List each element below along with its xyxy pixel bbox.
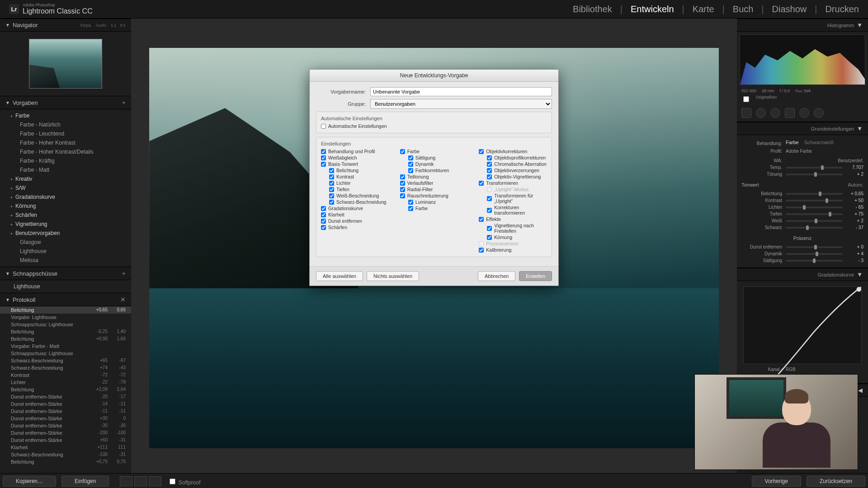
preset-name-input[interactable] xyxy=(370,87,552,96)
history-row[interactable]: Dunst entfernen-Stärke-11-11 xyxy=(0,408,131,415)
history-row[interactable]: Vorgabe: Lighthouse xyxy=(0,314,131,321)
nav-mode[interactable]: 1:1 xyxy=(111,23,117,28)
preset-option-checkbox[interactable] xyxy=(321,149,326,154)
preset-item[interactable]: Farbe - Hoher Kontrast xyxy=(0,138,131,147)
preset-option-checkbox[interactable] xyxy=(408,155,413,160)
preset-option[interactable]: Vignettierung nach Freistellen xyxy=(479,222,547,234)
crop-tool-icon[interactable] xyxy=(741,108,751,118)
preset-group-select[interactable]: Benutzervorgaben xyxy=(370,99,552,109)
history-row[interactable]: Belichtung+2,092,84 xyxy=(0,386,131,393)
check-all-button[interactable]: Alle auswählen xyxy=(316,271,363,281)
preset-option-checkbox[interactable] xyxy=(329,168,334,173)
paste-button[interactable]: Einfügen xyxy=(61,476,109,487)
preset-option-checkbox[interactable] xyxy=(479,248,484,253)
preset-group[interactable]: ▸Kreativ xyxy=(0,174,131,183)
preset-option[interactable]: Basis-Tonwert xyxy=(321,161,389,167)
preset-option[interactable]: Objektivkorrekturen xyxy=(479,148,547,155)
preset-option-checkbox[interactable] xyxy=(487,168,492,173)
brush-tool-icon[interactable] xyxy=(814,108,824,118)
history-row[interactable]: Belichtung-0,251,40 xyxy=(0,328,131,335)
slider-Lichter[interactable] xyxy=(786,206,843,208)
slider-Dynamik[interactable] xyxy=(786,253,843,255)
preset-option[interactable]: Dynamik xyxy=(400,161,468,167)
softproof-checkbox[interactable] xyxy=(170,479,175,484)
module-drucken[interactable]: Drucken xyxy=(826,4,859,14)
preset-option[interactable]: Chromatische Aberration xyxy=(479,161,547,167)
nav-mode[interactable]: Ausfü. xyxy=(95,23,107,28)
history-row[interactable]: Dunst entfernen-Stärke-30-30 xyxy=(0,422,131,429)
preset-option[interactable]: Objektivverzerrungen xyxy=(479,167,547,174)
wb-select[interactable]: Benutzerdef. xyxy=(838,158,863,163)
preset-option-checkbox[interactable] xyxy=(408,162,413,167)
preset-option[interactable]: Verlaufsfilter xyxy=(400,180,468,186)
history-row[interactable]: Klarheit+111111 xyxy=(0,444,131,451)
histogram-header[interactable]: Histogramm▼ xyxy=(737,19,868,32)
module-bibliothek[interactable]: Bibliothek xyxy=(573,4,612,14)
preset-option-checkbox[interactable] xyxy=(329,200,334,205)
nav-mode[interactable]: Einpa. xyxy=(80,23,92,28)
preset-option-checkbox[interactable] xyxy=(479,217,484,222)
preset-item[interactable]: Farbe - Kräftig xyxy=(0,156,131,165)
preset-option[interactable]: Effekte xyxy=(479,216,547,222)
snapshot-item[interactable]: Lighthouse xyxy=(0,282,131,291)
history-row[interactable]: Kontrast-72-72 xyxy=(0,371,131,379)
preset-option-checkbox[interactable] xyxy=(487,226,492,231)
preset-option[interactable]: Transformieren xyxy=(479,180,547,186)
history-row[interactable]: Dunst entfernen-Stärke+300 xyxy=(0,415,131,422)
slider-Sättigung[interactable] xyxy=(786,260,843,262)
preset-option[interactable]: Gradationskurve xyxy=(321,205,389,211)
history-row[interactable]: Schwarz-Beschneidung+74-43 xyxy=(0,364,131,371)
add-preset-icon[interactable]: + xyxy=(122,99,126,106)
treatment-bw[interactable]: Schwarzweiß xyxy=(804,140,834,145)
tone-curve[interactable] xyxy=(743,286,862,364)
module-entwickeln[interactable]: Entwickeln xyxy=(631,4,674,14)
preset-option-checkbox[interactable] xyxy=(400,181,405,186)
history-row[interactable]: Dunst entfernen-Stärke-200-100 xyxy=(0,429,131,436)
preset-option-checkbox[interactable] xyxy=(408,200,413,205)
history-row[interactable]: Schwarz-Beschneidung+65-87 xyxy=(0,357,131,364)
auto-settings-checkbox[interactable] xyxy=(321,124,326,129)
preset-option-checkbox[interactable] xyxy=(487,208,492,213)
preset-option[interactable]: Objektivprofilkorrekturen xyxy=(479,155,547,161)
preset-option-checkbox[interactable] xyxy=(321,155,326,160)
preset-option-checkbox[interactable] xyxy=(321,162,326,167)
preset-item[interactable]: Farbe - Leuchtend xyxy=(0,129,131,138)
preset-option[interactable]: Transformieren für „Upright“ xyxy=(479,192,547,204)
preset-option[interactable]: Weißabgleich xyxy=(321,155,389,161)
preset-option[interactable]: Weiß-Beschneidung xyxy=(321,192,389,199)
preset-option-checkbox[interactable] xyxy=(400,149,405,154)
preset-group[interactable]: ▸Vignettierung xyxy=(0,220,131,229)
cancel-button[interactable]: Abbrechen xyxy=(478,271,515,281)
preset-option-checkbox[interactable] xyxy=(400,193,405,198)
preset-option[interactable]: Kontrast xyxy=(321,174,389,180)
previous-button[interactable]: Vorherige xyxy=(752,476,801,487)
slider-Tiefen[interactable] xyxy=(786,213,843,215)
preset-option[interactable]: Schwarz-Beschneidung xyxy=(321,199,389,205)
preset-item[interactable]: Farbe - Natürlich xyxy=(0,120,131,129)
preset-option[interactable]: Farbkorrekturen xyxy=(400,167,468,174)
slider-Kontrast[interactable] xyxy=(786,200,843,202)
preset-item[interactable]: Farbe - Hoher Kontrast/Details xyxy=(0,147,131,156)
preset-option[interactable]: Rauschreduzierung xyxy=(400,192,468,199)
preset-option-checkbox[interactable] xyxy=(321,219,326,224)
history-row[interactable]: Dunst entfernen-Stärke-20-17 xyxy=(0,393,131,400)
histogram[interactable] xyxy=(740,34,865,85)
module-karte[interactable]: Karte xyxy=(693,4,714,14)
history-row[interactable]: Vorgabe: Farbe - Matt xyxy=(0,343,131,350)
presets-header[interactable]: ▼Vorgaben+ xyxy=(0,96,131,109)
preset-option[interactable]: Klarheit xyxy=(321,211,389,218)
preset-option[interactable]: Kalibrierung xyxy=(479,247,547,253)
clear-history-icon[interactable]: ✕ xyxy=(120,296,126,303)
history-row[interactable]: Schnappschuss: Lighthouse xyxy=(0,321,131,328)
history-row[interactable]: Dunst entfernen-Stärke+60-31 xyxy=(0,436,131,444)
auto-tone-button[interactable]: Autom. xyxy=(848,182,863,188)
check-none-button[interactable]: Nichts auswählen xyxy=(367,271,419,281)
radial-tool-icon[interactable] xyxy=(799,108,809,118)
preset-option-checkbox[interactable] xyxy=(487,174,492,179)
preset-option[interactable]: Sättigung xyxy=(400,155,468,161)
preset-option[interactable]: Lichter xyxy=(321,180,389,186)
preset-option-checkbox[interactable] xyxy=(329,181,334,186)
preset-option[interactable]: Belichtung xyxy=(321,167,389,174)
slider-Belichtung[interactable] xyxy=(786,193,843,195)
preset-option-checkbox[interactable] xyxy=(487,235,492,240)
